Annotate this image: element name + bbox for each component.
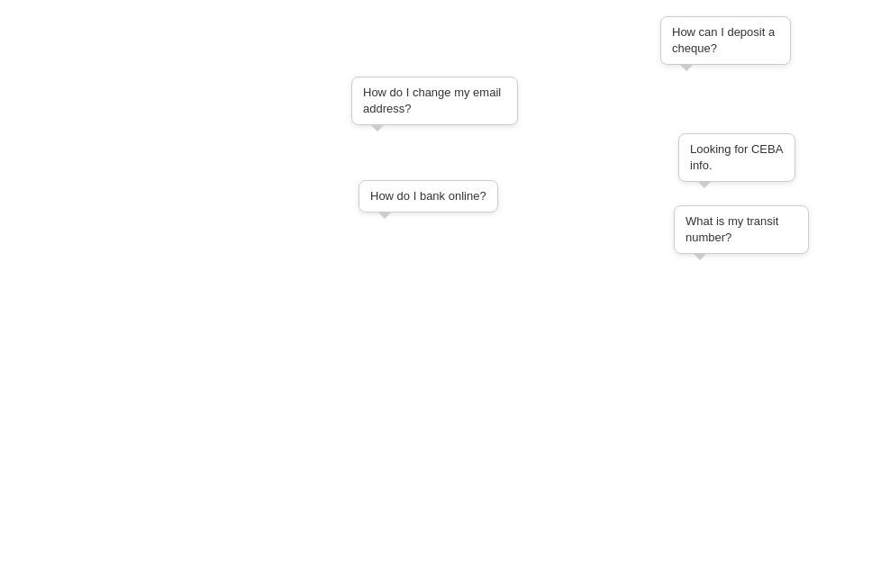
bubble-deposit: How can I deposit a cheque? xyxy=(660,16,791,65)
bubble-transit: What is my transit number? xyxy=(674,205,809,254)
bubble-bank-online: How do I bank online? xyxy=(359,180,498,213)
bubble-ceba: Looking for CEBA info. xyxy=(678,133,795,182)
bubble-email: How do I change my email address? xyxy=(351,77,518,125)
